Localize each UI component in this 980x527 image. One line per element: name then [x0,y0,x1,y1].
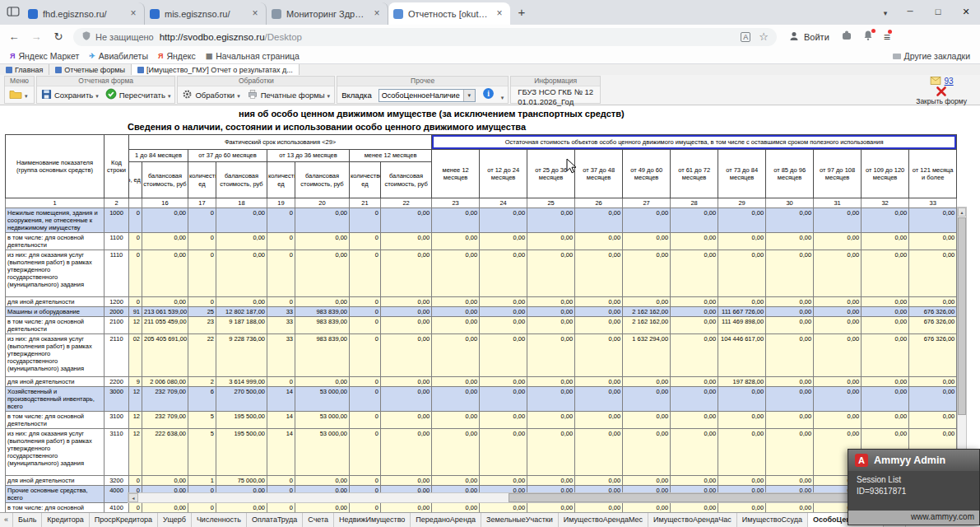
value-cell[interactable]: 983 839,00 [295,317,350,334]
value-cell[interactable]: 270 500,00 [216,387,267,412]
value-cell[interactable]: 0,00 [862,250,909,297]
value-cell[interactable]: 0,00 [142,250,188,297]
value-cell[interactable]: 195 500,00 [216,429,267,476]
value-cell[interactable]: 676 326,00 [909,334,957,377]
value-cell[interactable]: 0,00 [480,377,527,387]
value-cell[interactable]: 0 [267,476,295,486]
url-field[interactable]: Не защищено http://svodbo.egisznso.ru /D… [73,28,777,46]
value-cell[interactable]: 0,00 [623,297,671,307]
value-cell[interactable]: 0,00 [814,307,862,317]
value-cell[interactable]: 0,00 [623,476,671,486]
value-cell[interactable]: 676 326,00 [909,317,957,334]
value-cell[interactable]: 0,00 [432,334,480,377]
value-cell[interactable]: 676 326,00 [909,307,957,317]
value-cell[interactable]: 0,00 [623,233,671,250]
value-cell[interactable]: 197 828,00 [718,377,766,387]
browser-tab[interactable]: Отчетность [okuten] [388,2,510,25]
value-cell[interactable]: 0 [267,233,295,250]
row-code-cell[interactable]: 3000 [105,387,129,412]
row-code-cell[interactable]: 3200 [105,476,129,486]
row-code-cell[interactable]: 3100 [105,412,129,429]
browser-tab[interactable]: mis.egisznso.ru/ [145,2,267,25]
tab-select-arrow-icon[interactable] [463,90,475,101]
extensions-icon[interactable] [841,30,852,44]
app-nav-tab[interactable]: Главная [0,64,49,75]
value-cell[interactable]: 0,00 [216,208,267,233]
value-cell[interactable]: 33 [267,317,295,334]
value-cell[interactable]: 0,00 [766,307,814,317]
value-cell[interactable]: 0,00 [814,334,862,377]
app-nav-tab[interactable]: [Имущество_ГМУ] Отчет о результатах д... [132,64,300,75]
scroll-left-button[interactable] [128,493,138,502]
value-cell[interactable]: 0,00 [671,412,718,429]
processing-button[interactable]: Обработки [182,89,239,101]
value-cell[interactable]: 0,00 [766,429,814,476]
row-code-cell[interactable]: 1100 [105,233,129,250]
value-cell[interactable]: 0,00 [527,334,575,377]
row-name-cell[interactable]: для иной деятельности [6,377,105,387]
value-cell[interactable]: 205 405 691,00 [142,334,188,377]
value-cell[interactable]: 0,00 [432,297,480,307]
value-cell[interactable]: 0,00 [575,233,623,250]
messages-button[interactable]: 93 [930,76,954,86]
value-cell[interactable]: 0 [350,317,381,334]
value-cell[interactable]: 0,00 [718,233,766,250]
value-cell[interactable]: 0,00 [381,250,432,297]
value-cell[interactable]: 111 667 726,00 [718,307,766,317]
value-cell[interactable]: 211 055 459,00 [142,317,188,334]
row-name-cell[interactable]: для иной деятельности [6,297,105,307]
value-cell[interactable]: 0,00 [814,377,862,387]
value-cell[interactable]: 6 [188,387,216,412]
recalculate-button[interactable]: Пересчитать [105,88,171,101]
messages-count[interactable]: 93 [945,77,954,86]
value-cell[interactable]: 0,00 [216,297,267,307]
row-code-cell[interactable]: 3110 [105,429,129,476]
value-cell[interactable]: 2 162 162,00 [623,317,671,334]
value-cell[interactable]: 0,00 [432,476,480,486]
row-name-cell[interactable]: Хозяйственный и производственный инвента… [6,387,105,412]
value-cell[interactable]: 0,00 [480,334,527,377]
row-code-cell[interactable]: 1000 [105,208,129,233]
value-cell[interactable]: 0 [267,297,295,307]
value-cell[interactable]: 0 [267,250,295,297]
row-name-cell[interactable]: Нежилые помещения, здания и сооружения, … [6,208,105,233]
value-cell[interactable]: 0,00 [814,297,862,307]
value-cell[interactable]: 0 [188,233,216,250]
value-cell[interactable]: 0,00 [295,250,350,297]
value-cell[interactable]: 5 [188,429,216,476]
value-cell[interactable]: 0,00 [575,334,623,377]
value-cell[interactable]: 9 187 188,00 [216,317,267,334]
value-cell[interactable]: 0,00 [718,412,766,429]
value-cell[interactable]: 0,00 [480,208,527,233]
value-cell[interactable]: 0,00 [527,377,575,387]
value-cell[interactable]: 0,00 [766,476,814,486]
value-cell[interactable]: 0,00 [623,429,671,476]
value-cell[interactable]: 0 [350,208,381,233]
value-cell[interactable]: 0,00 [718,476,766,486]
value-cell[interactable]: 0,00 [909,250,957,297]
value-cell[interactable]: 0,00 [909,208,957,233]
value-cell[interactable]: 0 [350,476,381,486]
bookmark-item[interactable]: ЯЯндекс Маркет [10,51,79,61]
value-cell[interactable]: 5 [188,412,216,429]
value-cell[interactable]: 213 061 539,00 [142,307,188,317]
value-cell[interactable]: 0,00 [718,429,766,476]
value-cell[interactable]: 0,00 [142,208,188,233]
value-cell[interactable]: 0,00 [480,317,527,334]
value-cell[interactable]: 0,00 [671,429,718,476]
value-cell[interactable]: 1 632 294,00 [623,334,671,377]
value-cell[interactable]: 222 638,00 [142,429,188,476]
forward-button[interactable] [28,29,44,45]
value-cell[interactable]: 91 [129,307,142,317]
value-cell[interactable]: 0 [350,297,381,307]
row-name-cell[interactable]: из них: для оказания услуг (выполнения р… [6,250,105,297]
value-cell[interactable]: 0,00 [671,377,718,387]
value-cell[interactable]: 12 [129,317,142,334]
value-cell[interactable]: 0,00 [480,476,527,486]
value-cell[interactable]: 2 162 162,00 [623,307,671,317]
value-cell[interactable]: 983 839,00 [295,334,350,377]
ammyy-title-bar[interactable]: Ammyy Admin [848,450,979,471]
value-cell[interactable]: 0,00 [862,387,909,412]
value-cell[interactable]: 0,00 [909,377,957,387]
value-cell[interactable]: 12 [129,387,142,412]
